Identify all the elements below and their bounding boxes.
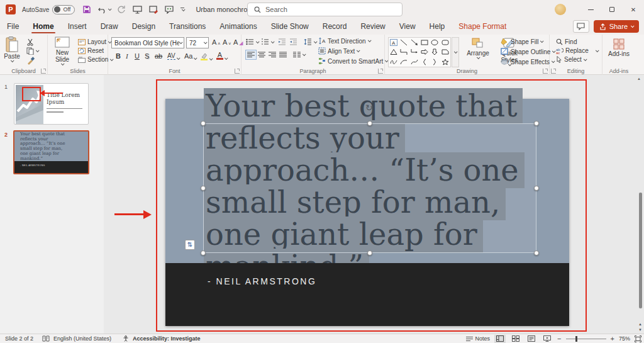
snip-corner-shape-icon[interactable] xyxy=(441,48,449,55)
tab-transitions[interactable]: Transitions xyxy=(162,20,213,34)
zoom-slider[interactable] xyxy=(566,339,606,339)
change-case-button[interactable]: Aa xyxy=(184,52,196,60)
shapes-gallery[interactable]: A xyxy=(388,37,451,67)
share-button[interactable]: Share xyxy=(594,20,639,33)
convert-smartart-button[interactable]: Convert to SmartArt xyxy=(318,57,387,65)
bold-button[interactable]: B xyxy=(116,52,121,60)
character-spacing-button[interactable]: AV xyxy=(167,52,179,60)
drawing-dialog-launcher[interactable] xyxy=(543,69,548,74)
elbow-connector-icon[interactable] xyxy=(400,48,408,55)
tab-draw[interactable]: Draw xyxy=(94,20,125,34)
start-slideshow-button[interactable] xyxy=(133,6,142,14)
maximize-button[interactable] xyxy=(601,0,623,19)
tab-insert[interactable]: Insert xyxy=(61,20,94,34)
shrink-font-button[interactable]: A˅ xyxy=(223,38,231,46)
align-center-button[interactable] xyxy=(258,52,265,58)
reset-button[interactable]: Reset xyxy=(78,47,104,54)
numbering-button[interactable] xyxy=(261,38,274,45)
arrange-button[interactable]: Arrange xyxy=(463,37,493,59)
new-slide-button[interactable]: New Slide xyxy=(52,37,73,65)
tab-review[interactable]: Review xyxy=(353,20,392,34)
align-left-button[interactable] xyxy=(246,50,256,59)
strikethrough-button[interactable]: ab xyxy=(155,52,162,60)
tab-record[interactable]: Record xyxy=(316,20,354,34)
slide-sorter-view-button[interactable] xyxy=(510,335,521,343)
paste-button[interactable]: Paste xyxy=(3,37,21,62)
slideshow-view-button[interactable] xyxy=(541,335,553,343)
text-box-shape-icon[interactable]: A xyxy=(390,39,397,46)
down-arrow-shape-icon[interactable] xyxy=(431,48,438,55)
cut-button[interactable] xyxy=(26,38,34,46)
zoom-level[interactable]: 75% xyxy=(619,335,630,342)
layout-button[interactable]: Layout xyxy=(78,38,111,45)
elbow-arrow-connector-icon[interactable] xyxy=(411,48,418,55)
arrow-shape-icon[interactable] xyxy=(411,39,418,46)
triangle-shape-icon[interactable] xyxy=(390,48,397,55)
format-painter-button[interactable] xyxy=(26,57,35,65)
save-button[interactable] xyxy=(82,5,91,14)
avatar[interactable] xyxy=(555,4,566,15)
copy-button[interactable] xyxy=(26,47,38,55)
grow-font-button[interactable]: A˄ xyxy=(212,38,220,46)
undo-dropdown-icon[interactable] xyxy=(108,7,112,11)
slide2-thumbnail-selected[interactable]: Your best quote that reflects your appro… xyxy=(13,130,89,174)
columns-button[interactable] xyxy=(293,52,305,58)
bullets-button[interactable] xyxy=(246,38,258,45)
reading-view-button[interactable] xyxy=(526,335,537,343)
accessibility-status[interactable]: Accessibility: Investigate xyxy=(133,335,201,342)
close-button[interactable]: ✕ xyxy=(623,0,644,19)
comments-button[interactable] xyxy=(573,20,589,33)
slide-indicator[interactable]: Slide 2 of 2 xyxy=(5,335,33,342)
previous-slide-button[interactable]: ▲ xyxy=(638,322,642,326)
star-shape-icon[interactable] xyxy=(441,59,449,65)
minimize-button[interactable] xyxy=(580,0,601,19)
clipboard-dialog-launcher[interactable] xyxy=(41,69,46,74)
undo-button[interactable] xyxy=(98,6,111,14)
paragraph-dialog-launcher[interactable] xyxy=(378,69,383,74)
zoom-in-button[interactable]: + xyxy=(611,335,614,342)
right-brace-shape-icon[interactable] xyxy=(432,59,437,65)
shape-fill[interactable]: Shape Fill xyxy=(501,38,543,45)
italic-button[interactable]: I xyxy=(126,52,128,60)
font-dialog-launcher[interactable] xyxy=(235,69,240,74)
autosave-switch[interactable]: Off xyxy=(52,5,75,14)
comment-qat-button[interactable] xyxy=(165,6,174,14)
redo-button[interactable] xyxy=(118,6,126,14)
justify-button[interactable] xyxy=(279,52,287,58)
select-button[interactable]: Select xyxy=(556,56,586,63)
normal-view-button[interactable] xyxy=(494,335,506,343)
oval-shape-icon[interactable] xyxy=(431,39,438,46)
autosave-toggle[interactable]: AutoSave Off xyxy=(22,5,75,14)
tab-home[interactable]: Home xyxy=(26,20,60,34)
line-spacing-button[interactable] xyxy=(304,38,316,45)
curve-shape-icon[interactable] xyxy=(411,59,418,65)
tab-view[interactable]: View xyxy=(392,20,423,34)
align-right-button[interactable] xyxy=(269,52,276,58)
spellcheck-icon[interactable] xyxy=(42,335,50,342)
left-brace-shape-icon[interactable] xyxy=(422,59,427,65)
tab-design[interactable]: Design xyxy=(125,20,162,34)
text-shadow-button[interactable]: S xyxy=(145,52,149,60)
replace-button[interactable]: abac Replace xyxy=(556,47,598,54)
fit-slide-icon[interactable] xyxy=(635,335,641,342)
increase-indent-button[interactable] xyxy=(289,38,297,45)
highlight-color-button[interactable] xyxy=(200,52,212,60)
tab-shape-format[interactable]: Shape Format xyxy=(452,20,513,34)
text-direction-button[interactable]: A Text Direction xyxy=(318,37,370,45)
tab-file[interactable]: File xyxy=(0,20,26,34)
zoom-slider-knob[interactable] xyxy=(575,336,577,342)
qat-overflow-icon[interactable] xyxy=(180,8,184,11)
zoom-out-button[interactable]: − xyxy=(557,335,561,342)
shape-effects[interactable]: Shape Effects xyxy=(501,58,554,65)
notes-button[interactable]: Notes xyxy=(466,335,491,342)
line-shape-icon[interactable] xyxy=(400,39,408,46)
tab-animations[interactable]: Animations xyxy=(213,20,264,34)
shapes-gallery-more-button[interactable] xyxy=(452,37,459,67)
font-color-button[interactable]: A xyxy=(216,52,227,60)
rounded-rectangle-shape-icon[interactable] xyxy=(441,39,449,46)
right-arrow-shape-icon[interactable] xyxy=(421,48,428,55)
search-input[interactable]: Search xyxy=(247,3,402,16)
preview-ink-button[interactable] xyxy=(149,6,158,14)
shape-outline[interactable]: Shape Outline xyxy=(501,48,555,55)
underline-button[interactable]: U xyxy=(135,52,140,60)
